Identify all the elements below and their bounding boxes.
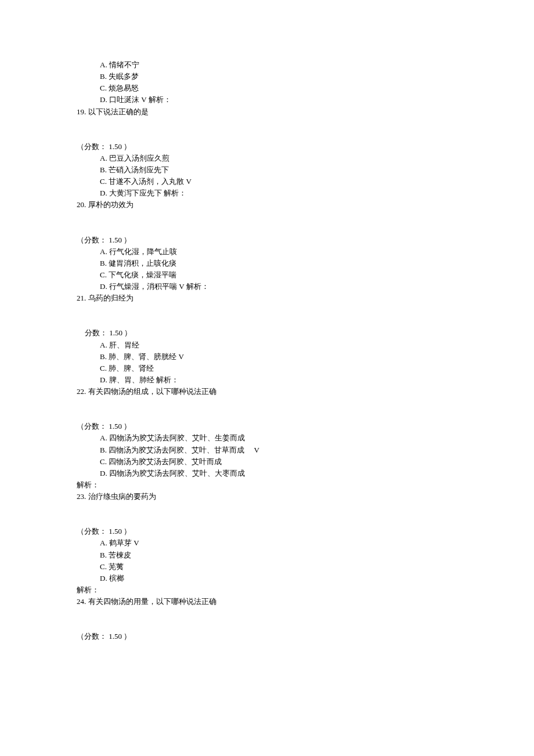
- correct-mark: V: [254, 446, 259, 454]
- option-letter: A.: [100, 433, 107, 442]
- option-text: 苦楝皮: [109, 551, 131, 559]
- score-value: 1.50: [109, 142, 122, 151]
- q23-option-d: D. 槟榔: [77, 573, 534, 584]
- q22-option-c: C. 四物汤为胶艾汤去阿胶、艾叶而成: [77, 456, 534, 468]
- option-letter: D.: [100, 189, 107, 197]
- option-text: 甘遂不入汤剂，入丸散: [109, 177, 184, 186]
- score-prefix: （分数：: [77, 236, 107, 244]
- option-text: 肝、胃经: [109, 341, 139, 349]
- q21-option-b: B. 肺、脾、肾、膀胱经 V: [77, 351, 534, 363]
- option-text: 肺、脾、肾、膀胱经: [109, 352, 176, 361]
- option-text: 失眠多梦: [109, 72, 139, 81]
- score-suffix: ）: [124, 328, 132, 337]
- score-value: 1.50: [109, 422, 122, 431]
- q21-option-d: D. 脾、胃、肺经 解析：: [77, 374, 534, 386]
- option-letter: C.: [100, 562, 107, 571]
- q19-score: （分数： 1.50 ）: [77, 141, 534, 153]
- option-letter: D.: [100, 375, 107, 384]
- q18-option-d: D. 口吐涎沫 V 解析：: [77, 94, 534, 106]
- q19-stem: 19. 以下说法正确的是: [77, 106, 534, 118]
- option-letter: D.: [100, 574, 107, 583]
- analysis-label: 解析：: [186, 282, 209, 291]
- score-value: 1.50: [109, 236, 122, 244]
- correct-mark: V: [141, 95, 146, 104]
- option-text: 肺、脾、肾经: [109, 364, 154, 372]
- q22-option-d: D. 四物汤为胶艾汤去阿胶、艾叶、大枣而成: [77, 468, 534, 479]
- correct-mark: V: [186, 177, 191, 186]
- option-text: 四物汤为胶艾汤去阿胶、艾叶、甘草而成: [109, 446, 244, 454]
- option-text: 巴豆入汤剂应久煎: [109, 154, 169, 162]
- option-text: 大黄泻下应先下: [109, 189, 162, 197]
- option-text: 鹤草芽: [109, 538, 132, 547]
- q22-option-a: A. 四物汤为胶艾汤去阿胶、艾叶、生姜而成: [77, 432, 534, 444]
- option-text: 烦急易怒: [109, 84, 139, 92]
- option-letter: A.: [100, 247, 107, 256]
- question-number: 21.: [77, 294, 86, 302]
- option-text: 四物汤为胶艾汤去阿胶、艾叶、大枣而成: [109, 469, 245, 478]
- option-text: 槟榔: [109, 574, 124, 583]
- q18-option-a: A. 情绪不宁: [77, 59, 534, 71]
- analysis-label: 解析：: [77, 480, 99, 489]
- q20-score: （分数： 1.50 ）: [77, 234, 534, 246]
- score-suffix: ）: [124, 236, 131, 244]
- question-text: 厚朴的功效为: [88, 200, 134, 209]
- option-letter: C.: [100, 177, 107, 186]
- question-text: 有关四物汤的用量，以下哪种说法正确: [88, 597, 217, 606]
- q21-option-a: A. 肝、胃经: [77, 339, 534, 351]
- analysis-label: 解析：: [149, 95, 171, 104]
- option-letter: A.: [100, 60, 107, 69]
- option-letter: B.: [100, 551, 107, 559]
- q23-option-b: B. 苦楝皮: [77, 549, 534, 561]
- q18-option-b: B. 失眠多梦: [77, 71, 534, 82]
- option-letter: B.: [100, 259, 107, 267]
- question-text: 有关四物汤的组成，以下哪种说法正确: [88, 387, 217, 396]
- option-letter: D.: [100, 282, 107, 291]
- score-prefix: （分数：: [77, 142, 107, 151]
- option-text: 情绪不宁: [109, 60, 139, 69]
- option-letter: C.: [100, 364, 107, 372]
- score-prefix: （分数：: [77, 422, 107, 431]
- document-page: A. 情绪不宁 B. 失眠多梦 C. 烦急易怒 D. 口吐涎沫 V 解析： 19…: [0, 0, 534, 756]
- option-letter: C.: [100, 84, 107, 92]
- q22-score: （分数： 1.50 ）: [77, 421, 534, 432]
- q20-stem: 20. 厚朴的功效为: [77, 199, 534, 211]
- score-suffix: ）: [124, 527, 131, 536]
- correct-mark: V: [178, 352, 183, 361]
- score-suffix: ）: [124, 422, 131, 431]
- score-suffix: ）: [124, 142, 131, 151]
- q22-analysis: 解析：: [77, 479, 534, 491]
- option-text: 四物汤为胶艾汤去阿胶、艾叶而成: [109, 457, 222, 466]
- analysis-label: 解析：: [164, 189, 186, 197]
- question-text: 乌药的归经为: [88, 294, 134, 302]
- q19-option-c: C. 甘遂不入汤剂，入丸散 V: [77, 176, 534, 187]
- option-letter: B.: [100, 165, 107, 174]
- score-prefix: （分数：: [77, 527, 107, 536]
- q21-option-c: C. 肺、脾、肾经: [77, 363, 534, 374]
- option-text: 四物汤为胶艾汤去阿胶、艾叶、生姜而成: [109, 433, 245, 442]
- score-value: 1.50: [109, 328, 122, 337]
- option-letter: B.: [100, 446, 107, 454]
- option-text: 芜荑: [109, 562, 124, 571]
- q23-score: （分数： 1.50 ）: [77, 526, 534, 537]
- option-text: 健胃消积，止咳化痰: [109, 259, 176, 267]
- option-letter: A.: [100, 154, 107, 162]
- option-letter: C.: [100, 270, 107, 279]
- question-text: 以下说法正确的是: [88, 107, 149, 116]
- option-letter: D.: [100, 95, 107, 104]
- q20-option-a: A. 行气化湿，降气止咳: [77, 246, 534, 258]
- score-value: 1.50: [109, 632, 122, 641]
- q19-option-b: B. 芒硝入汤剂应先下: [77, 164, 534, 176]
- option-letter: D.: [100, 469, 107, 478]
- option-letter: C.: [100, 457, 107, 466]
- q21-score: 分数： 1.50 ）: [77, 327, 534, 339]
- option-text: 下气化痰，燥湿平喘: [109, 270, 176, 279]
- score-value: 1.50: [109, 527, 122, 536]
- analysis-label: 解析：: [156, 375, 179, 384]
- option-letter: B.: [100, 352, 107, 361]
- q23-stem: 23. 治疗绦虫病的要药为: [77, 491, 534, 502]
- analysis-label: 解析：: [77, 585, 99, 594]
- option-text: 口吐涎沫: [109, 95, 139, 104]
- q20-option-d: D. 行气燥湿，消积平喘 V 解析：: [77, 281, 534, 292]
- q18-option-c: C. 烦急易怒: [77, 82, 534, 94]
- q21-stem: 21. 乌药的归经为: [77, 292, 534, 304]
